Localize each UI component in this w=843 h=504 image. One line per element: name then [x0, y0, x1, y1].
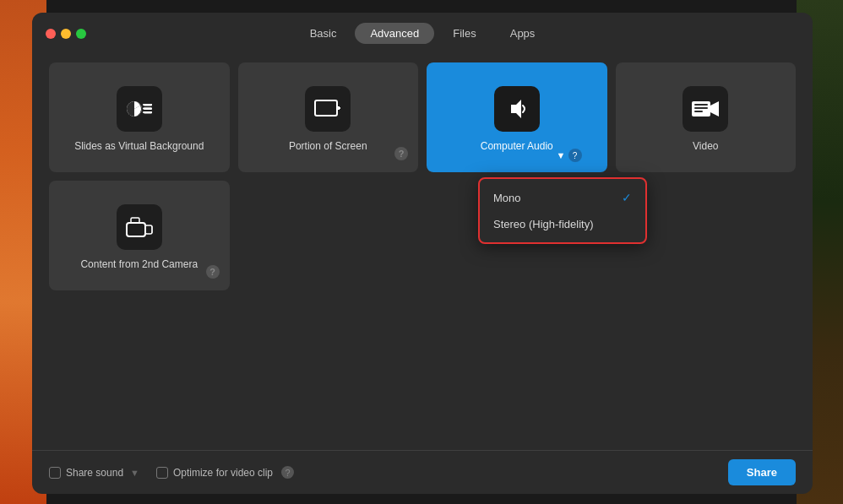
- portion-help-icon[interactable]: ?: [394, 147, 408, 160]
- camera2-help-icon[interactable]: ?: [206, 265, 220, 279]
- tile-slides-virtual-background[interactable]: Slides as Virtual Background: [49, 62, 230, 172]
- audio-dropdown-button[interactable]: ▼ ?: [557, 149, 582, 162]
- share-grid-row1: Slides as Virtual Background Portion of …: [49, 62, 796, 172]
- minimize-button[interactable]: [61, 29, 71, 39]
- dropdown-item-stereo[interactable]: Stereo (High-fidelity): [480, 211, 645, 237]
- tabs-container: Basic Advanced Files Apps: [295, 23, 551, 44]
- tile-video[interactable]: Video: [616, 62, 797, 172]
- camera2-icon: [117, 204, 162, 250]
- maximize-button[interactable]: [76, 29, 86, 39]
- tab-advanced[interactable]: Advanced: [355, 23, 434, 44]
- optimize-label: Optimize for video clip: [173, 467, 273, 479]
- slides-icon: [117, 86, 162, 132]
- tile-portion-of-screen[interactable]: Portion of Screen ?: [238, 62, 419, 172]
- share-button[interactable]: Share: [728, 459, 796, 485]
- dropdown-item-mono[interactable]: Mono ✓: [480, 184, 645, 211]
- svg-rect-19: [145, 225, 152, 234]
- video-icon: [683, 86, 728, 132]
- share-grid-row2: Content from 2nd Camera ?: [49, 181, 796, 290]
- tab-apps[interactable]: Apps: [495, 23, 551, 44]
- close-button[interactable]: [46, 29, 56, 39]
- tile-audio-label: Computer Audio: [481, 140, 553, 152]
- tile-content-2nd-camera[interactable]: Content from 2nd Camera ?: [49, 181, 230, 290]
- stereo-label: Stereo (High-fidelity): [493, 218, 594, 230]
- mono-check-icon: ✓: [622, 191, 632, 204]
- tile-camera2-label: Content from 2nd Camera: [80, 258, 198, 270]
- optimize-option[interactable]: Optimize for video clip ?: [156, 466, 294, 479]
- share-sound-checkbox[interactable]: [49, 467, 61, 479]
- share-sound-label: Share sound: [66, 467, 123, 479]
- audio-mode-dropdown: Mono ✓ Stereo (High-fidelity): [478, 177, 647, 244]
- portion-icon: [305, 86, 351, 132]
- tile-video-label: Video: [693, 140, 718, 152]
- titlebar: Basic Advanced Files Apps: [32, 13, 813, 54]
- svg-rect-14: [694, 104, 708, 106]
- svg-rect-15: [694, 107, 708, 109]
- svg-rect-8: [315, 100, 337, 116]
- svg-marker-11: [511, 100, 521, 118]
- share-sound-option[interactable]: Share sound ▼: [49, 467, 139, 479]
- dialog: Basic Advanced Files Apps: [32, 13, 813, 494]
- traffic-lights: [46, 29, 86, 39]
- tab-files[interactable]: Files: [438, 23, 491, 44]
- svg-rect-5: [143, 104, 152, 106]
- tile-computer-audio[interactable]: Computer Audio ▼ ?: [427, 62, 607, 172]
- svg-marker-13: [710, 101, 719, 117]
- content-area: Slides as Virtual Background Portion of …: [32, 54, 813, 450]
- svg-rect-16: [694, 111, 703, 112]
- tab-basic[interactable]: Basic: [295, 23, 352, 44]
- mono-label: Mono: [493, 192, 521, 204]
- svg-rect-17: [127, 223, 145, 236]
- optimize-checkbox[interactable]: [156, 467, 168, 479]
- optimize-help-icon[interactable]: ?: [281, 466, 294, 479]
- audio-icon: [494, 86, 540, 132]
- footer-options: Share sound ▼ Optimize for video clip ?: [49, 466, 294, 479]
- tile-slides-label: Slides as Virtual Background: [74, 140, 204, 152]
- svg-rect-6: [143, 108, 152, 110]
- tile-portion-label: Portion of Screen: [289, 140, 367, 152]
- svg-rect-7: [143, 111, 152, 113]
- footer: Share sound ▼ Optimize for video clip ? …: [32, 450, 813, 494]
